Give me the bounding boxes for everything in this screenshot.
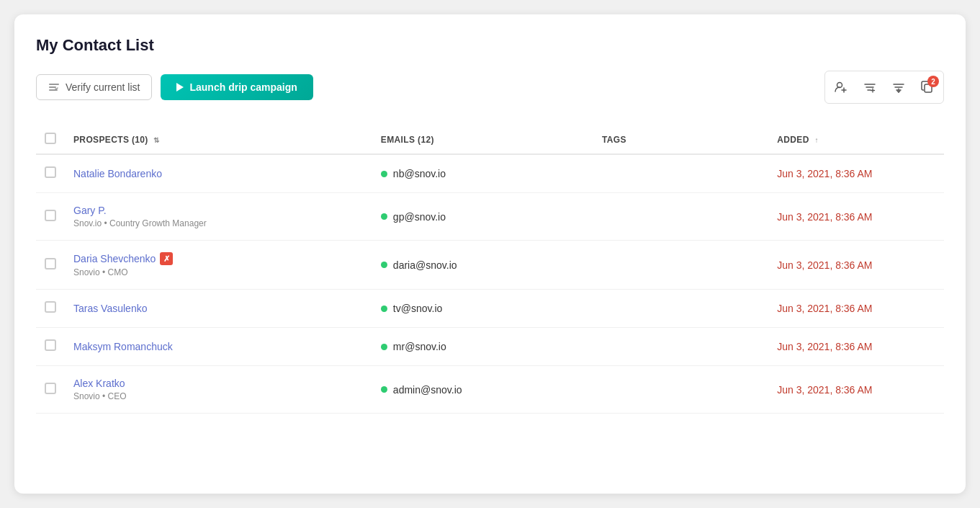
added-date: Jun 3, 2021, 8:36 AM [768, 154, 944, 193]
copy-badge: 2 [927, 76, 939, 87]
header-checkbox-cell [36, 125, 65, 154]
prospect-name[interactable]: Alex Kratko [73, 378, 364, 389]
page-title: My Contact List [36, 36, 944, 55]
header-prospects[interactable]: PROSPECTS (10) ⇅ [65, 125, 372, 154]
email-cell: admin@snov.io [381, 384, 585, 396]
email-status-dot [381, 344, 387, 350]
prospect-name[interactable]: Daria Shevchenko✗ [73, 252, 364, 265]
play-icon [176, 83, 184, 92]
email-cell: tv@snov.io [381, 303, 585, 314]
contacts-table: PROSPECTS (10) ⇅ EMAILS (12) TAGS ADDED … [36, 125, 944, 414]
email-cell: daria@snov.io [381, 259, 585, 271]
email-address[interactable]: nb@snov.io [393, 168, 446, 179]
tags-cell [593, 328, 768, 366]
copy-button[interactable]: 2 [914, 74, 940, 100]
email-address[interactable]: mr@snov.io [393, 341, 446, 352]
added-date: Jun 3, 2021, 8:36 AM [768, 193, 944, 241]
added-date: Jun 3, 2021, 8:36 AM [768, 328, 944, 366]
email-status-dot [381, 171, 387, 177]
email-status-dot [381, 306, 387, 312]
table-row: Taras Vasulenkotv@snov.ioJun 3, 2021, 8:… [36, 290, 944, 328]
svg-rect-1 [49, 86, 56, 88]
prospect-name[interactable]: Maksym Romanchuck [73, 341, 364, 352]
row-checkbox[interactable] [45, 210, 56, 221]
tags-cell [593, 241, 768, 290]
header-added[interactable]: ADDED ↑ [768, 125, 944, 154]
prospect-meta: Snovio • CEO [73, 391, 364, 401]
verify-icon [48, 81, 60, 93]
row-checkbox[interactable] [45, 301, 56, 313]
table-row: Natalie Bondarenkonb@snov.ioJun 3, 2021,… [36, 154, 944, 193]
email-address[interactable]: tv@snov.io [393, 303, 442, 314]
toolbar: Verify current list Launch drip campaign [36, 71, 944, 104]
prospect-meta: Snovio • CMO [73, 267, 364, 277]
table-row: Maksym Romanchuckmr@snov.ioJun 3, 2021, … [36, 328, 944, 366]
row-checkbox[interactable] [45, 383, 56, 394]
tags-cell [593, 290, 768, 328]
email-status-dot [381, 262, 387, 268]
verify-button[interactable]: Verify current list [36, 74, 152, 100]
table-row: Daria Shevchenko✗Snovio • CMOdaria@snov.… [36, 241, 944, 290]
added-date: Jun 3, 2021, 8:36 AM [768, 366, 944, 414]
prospect-name[interactable]: Natalie Bondarenko [73, 168, 364, 179]
tags-cell [593, 193, 768, 241]
row-checkbox[interactable] [45, 339, 56, 351]
email-status-dot [381, 386, 387, 393]
launch-drip-button[interactable]: Launch drip campaign [161, 74, 313, 100]
svg-rect-0 [49, 84, 59, 85]
email-status-dot [381, 213, 387, 220]
table-header-row: PROSPECTS (10) ⇅ EMAILS (12) TAGS ADDED … [36, 125, 944, 154]
prospects-sort-icon: ⇅ [153, 136, 159, 144]
prospect-name[interactable]: Gary P. [73, 205, 364, 216]
added-date: Jun 3, 2021, 8:36 AM [768, 290, 944, 328]
launch-label: Launch drip campaign [189, 81, 297, 93]
email-address[interactable]: daria@snov.io [393, 259, 457, 271]
added-date: Jun 3, 2021, 8:36 AM [768, 241, 944, 290]
prospect-meta: Snov.io • Country Growth Manager [73, 218, 364, 228]
table-row: Alex KratkoSnovio • CEOadmin@snov.ioJun … [36, 366, 944, 414]
email-address[interactable]: gp@snov.io [393, 211, 446, 223]
tags-cell [593, 154, 768, 193]
tags-cell [593, 366, 768, 414]
main-card: My Contact List Verify current list Laun… [14, 14, 966, 494]
email-cell: gp@snov.io [381, 211, 585, 223]
add-prospect-button[interactable] [828, 74, 854, 100]
email-address[interactable]: admin@snov.io [393, 384, 462, 396]
invalid-badge: ✗ [160, 252, 173, 265]
added-sort-icon: ↑ [814, 136, 818, 144]
email-cell: nb@snov.io [381, 168, 585, 179]
prospect-name[interactable]: Taras Vasulenko [73, 303, 364, 314]
row-checkbox[interactable] [45, 166, 56, 178]
email-cell: mr@snov.io [381, 341, 585, 352]
row-checkbox[interactable] [45, 258, 56, 269]
table-row: Gary P.Snov.io • Country Growth Managerg… [36, 193, 944, 241]
header-emails: EMAILS (12) [372, 125, 593, 154]
filter-add-button[interactable] [857, 74, 883, 100]
filter-remove-button[interactable] [886, 74, 912, 100]
header-tags: TAGS [593, 125, 768, 154]
select-all-checkbox[interactable] [45, 133, 56, 144]
action-icon-group: 2 [824, 71, 944, 104]
verify-label: Verify current list [66, 81, 140, 93]
